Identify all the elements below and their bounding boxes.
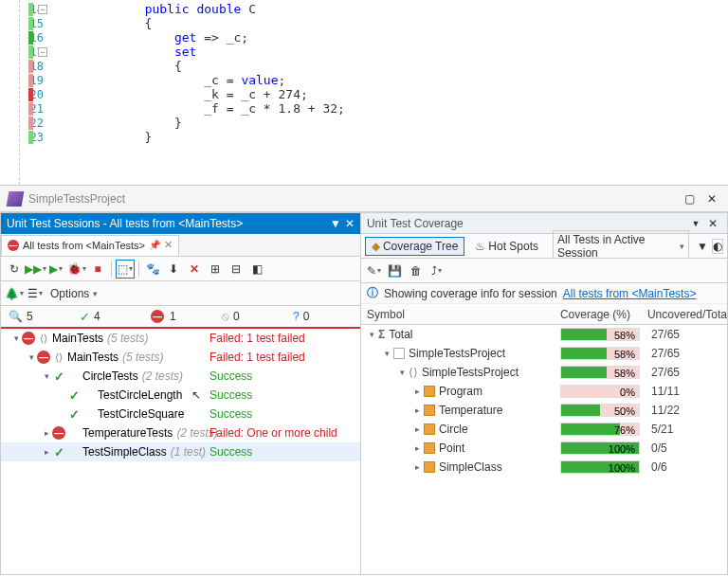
test-node[interactable]: ▾✓CircleTests(2 tests)Success <box>1 367 360 386</box>
delete-icon[interactable]: 🗑 <box>407 261 426 280</box>
col-symbol[interactable]: Symbol <box>361 308 560 321</box>
col-coverage[interactable]: Coverage (%) <box>560 308 647 321</box>
remove-icon[interactable]: ✕ <box>185 260 204 279</box>
filter-total[interactable]: 🔍5 <box>1 310 72 323</box>
coverage-node[interactable]: ▾⟨⟩SimpleTestsProject58%27/65 <box>361 363 727 382</box>
edit-icon[interactable]: ✎ <box>365 261 384 280</box>
sessions-tab-bar: — All tests from <MainTests> 📌 ✕ <box>1 234 360 257</box>
collapse-icon[interactable]: ⊟ <box>227 260 246 279</box>
filter-skip[interactable]: ⦸0 <box>214 310 285 323</box>
info-text: Showing coverage info for session <box>384 287 557 300</box>
code-editor: 14−151617−181920212223 public double C {… <box>0 0 728 186</box>
list-mode-icon[interactable]: ☰ <box>26 284 45 303</box>
coverage-node[interactable]: ▸Point100%0/5 <box>361 439 727 458</box>
filter-fail[interactable]: —1 <box>143 310 214 323</box>
coverage-title: Unit Test Coverage <box>367 217 687 230</box>
filter-pass[interactable]: ✓4 <box>72 310 143 324</box>
sessions-title: Unit Test Sessions - All tests from <Mai… <box>7 217 326 230</box>
stop-icon[interactable]: ■ <box>88 260 107 279</box>
test-node[interactable]: ▾—⟨⟩MainTests(5 tests)Failed: 1 test fai… <box>1 329 360 348</box>
options-label[interactable]: Options <box>50 287 89 300</box>
test-node[interactable]: ▸—TemperatureTests(2 tests)Failed: One o… <box>1 423 360 442</box>
coverage-panel: Unit Test Coverage ▼ ✕ ◆Coverage Tree ♨H… <box>361 212 728 575</box>
close-button[interactable]: ✕ <box>703 190 720 207</box>
line-gutter: 14−151617−181920212223 <box>0 0 47 185</box>
test-node[interactable]: ▾—⟨⟩MainTests(5 tests)Failed: 1 test fai… <box>1 348 360 367</box>
tree-mode-icon[interactable]: 🌲 <box>5 284 24 303</box>
highlight-icon[interactable]: ◐ <box>712 239 723 254</box>
panels-row: Unit Test Sessions - All tests from <Mai… <box>0 212 728 575</box>
coverage-pill-row: ◆Coverage Tree ♨Hot Spots All Tests in A… <box>361 234 727 259</box>
coverage-info-row: ⓘ Showing coverage info for session All … <box>361 283 727 304</box>
session-tab[interactable]: — All tests from <MainTests> 📌 ✕ <box>1 235 179 256</box>
coverage-node[interactable]: ▸Program0%11/11 <box>361 382 727 401</box>
info-link[interactable]: All tests from <MainTests> <box>563 287 697 300</box>
coverage-node[interactable]: ▸SimpleClass100%0/6 <box>361 458 727 477</box>
test-node[interactable]: ▸✓TestSimpleClass(1 test)Success <box>1 442 360 461</box>
unit-test-sessions-panel: Unit Test Sessions - All tests from <Mai… <box>0 212 361 575</box>
run-icon[interactable]: ▶ <box>46 260 65 279</box>
test-tree[interactable]: ▾—⟨⟩MainTests(5 tests)Failed: 1 test fai… <box>1 329 360 574</box>
save-icon[interactable]: 💾 <box>386 261 405 280</box>
grouping-icon[interactable]: ⬚ <box>116 260 135 279</box>
dropdown-icon[interactable]: ▼ <box>330 217 341 230</box>
run-all-icon[interactable]: ▶▶ <box>26 260 45 279</box>
track-icon[interactable]: 🐾 <box>143 260 162 279</box>
hot-spots-tab[interactable]: ♨Hot Spots <box>468 237 545 256</box>
test-node[interactable]: ✓TestCircleSquareSuccess <box>1 405 360 423</box>
export-icon[interactable]: ⤴ <box>428 261 446 280</box>
window-header: SimpleTestsProject ▢ ✕ <box>0 186 728 212</box>
col-uncovered[interactable]: Uncovered/Tota <box>647 308 727 321</box>
coverage-columns: Symbol Coverage (%) Uncovered/Tota <box>361 304 727 325</box>
info-icon: ⓘ <box>367 285 378 301</box>
tab-close-icon[interactable]: ✕ <box>164 239 173 251</box>
maximize-button[interactable]: ▢ <box>681 190 698 207</box>
layout-icon[interactable]: ◧ <box>247 260 266 279</box>
session-selector[interactable]: All Tests in Active Session <box>553 230 689 262</box>
coverage-node[interactable]: ▸Circle76%5/21 <box>361 420 727 439</box>
expand-icon[interactable]: ⊞ <box>206 260 225 279</box>
bookmark-icon[interactable]: ⬇ <box>164 260 183 279</box>
window-title: SimpleTestsProject <box>28 192 675 206</box>
coverage-node[interactable]: ▸Temperature50%11/22 <box>361 401 727 420</box>
coverage-tree[interactable]: ▾ΣTotal58%27/65▾SimpleTestsProject58%27/… <box>361 325 727 574</box>
coverage-tree-tab[interactable]: ◆Coverage Tree <box>365 237 464 256</box>
test-node[interactable]: ✓TestCircleLengthSuccess↖ <box>1 386 360 405</box>
coverage-node[interactable]: ▾SimpleTestsProject58%27/65 <box>361 344 727 363</box>
close-panel-icon[interactable]: ✕ <box>345 217 355 230</box>
code-body[interactable]: public double C { get => _c; set { _c = … <box>47 0 728 185</box>
filter-row: 🔍5 ✓4 —1 ⦸0 ?0 <box>1 306 360 329</box>
dropdown-icon[interactable]: ▼ <box>687 215 704 232</box>
vs-icon <box>7 191 25 207</box>
coverage-node[interactable]: ▾ΣTotal58%27/65 <box>361 325 727 344</box>
coverage-toolbar: ✎ 💾 🗑 ⤴ <box>361 259 727 283</box>
sessions-header: Unit Test Sessions - All tests from <Mai… <box>1 213 360 234</box>
repeat-icon[interactable]: ↻ <box>5 260 24 279</box>
close-panel-icon[interactable]: ✕ <box>704 215 721 232</box>
filter-info[interactable]: ?0 <box>285 310 356 323</box>
debug-icon[interactable]: 🐞 <box>67 260 86 279</box>
session-tab-label: All tests from <MainTests> <box>23 240 145 251</box>
pin-icon[interactable]: 📌 <box>149 240 160 250</box>
sessions-toolbar: ↻ ▶▶ ▶ 🐞 ■ ⬚ 🐾 ⬇ ✕ ⊞ ⊟ ◧ <box>1 257 360 281</box>
filter-icon[interactable]: ▼ <box>697 240 708 253</box>
fail-icon: — <box>8 240 19 251</box>
sessions-toolbar-2: 🌲 ☰ Options ▾ <box>1 281 360 306</box>
